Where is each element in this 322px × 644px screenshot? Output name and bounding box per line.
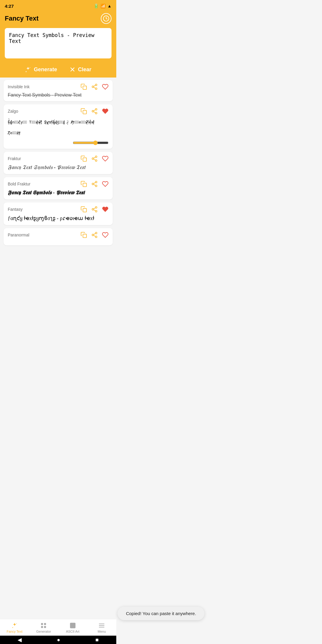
svg-rect-15: [83, 158, 86, 161]
top-bar: Fancy Text: [0, 11, 116, 28]
clear-label: Clear: [78, 66, 92, 73]
text-input-box: [5, 28, 112, 58]
favorite-button-fraktur[interactable]: [102, 155, 109, 162]
card-text-bold-fraktur: 𝕱𝖆𝖓𝖈𝖞 𝕿𝖊𝖝𝖙 𝕾𝖞𝖒𝖇𝖔𝖑𝖘 - 𝕻𝖗𝖊𝖛𝖎𝖊𝖜 𝕿𝖊𝖝𝖙: [8, 190, 109, 196]
style-card-zalgo: Zalgo: [4, 104, 113, 149]
clear-button[interactable]: Clear: [69, 66, 92, 73]
style-card-paranormal: Paranormal: [4, 228, 113, 245]
svg-line-26: [94, 182, 95, 184]
card-label-invisible-ink: Invisible Ink: [8, 84, 30, 89]
copy-icon: [80, 206, 87, 213]
favorite-button-zalgo[interactable]: [102, 108, 109, 114]
card-actions-fantasy: [80, 206, 109, 213]
share-button-bold-fraktur[interactable]: [91, 181, 98, 187]
svg-line-37: [94, 235, 95, 236]
style-card-invisible-ink: Invisible Ink: [4, 80, 113, 101]
share-icon: [91, 206, 98, 213]
status-time: 4:27: [5, 4, 14, 9]
copy-icon: [80, 83, 87, 90]
signal-icon: 📶: [100, 4, 106, 8]
svg-rect-27: [83, 208, 86, 212]
share-button-invisible-ink[interactable]: [91, 83, 98, 90]
copy-icon: [80, 108, 87, 114]
share-icon: [91, 232, 98, 238]
sparkles-icon: [25, 66, 31, 73]
svg-line-14: [94, 110, 95, 111]
svg-rect-3: [83, 86, 86, 89]
favorite-button-paranormal[interactable]: [102, 232, 109, 238]
card-actions-fraktur: [80, 155, 109, 162]
card-header-paranormal: Paranormal: [8, 232, 109, 238]
heart-filled-icon: [102, 206, 109, 213]
svg-line-19: [94, 159, 95, 160]
generate-button[interactable]: Generate: [25, 66, 57, 73]
share-button-zalgo[interactable]: [91, 108, 98, 114]
heart-filled-icon: [102, 108, 109, 114]
svg-line-8: [94, 85, 95, 86]
card-header-fantasy: Fantasy: [8, 206, 109, 213]
copy-button-invisible-ink[interactable]: [80, 83, 87, 90]
status-icons: 🔋 📶 ▲: [94, 4, 112, 8]
copy-button-zalgo[interactable]: [80, 108, 87, 114]
copy-button-fraktur[interactable]: [80, 155, 87, 162]
copy-icon: [80, 232, 87, 238]
share-button-fraktur[interactable]: [91, 155, 98, 162]
copy-button-paranormal[interactable]: [80, 232, 87, 238]
svg-line-25: [94, 184, 95, 185]
close-icon: [69, 66, 76, 73]
card-actions: [80, 83, 109, 90]
card-text-fantasy: ƒαɳƈყ ƚҽxƚʂყɱϐσʅʂ - ρɾҽʋιҽɯ ƚҽxƚ: [8, 215, 109, 222]
favorite-button-fantasy[interactable]: [102, 206, 109, 213]
card-header-zalgo: Zalgo: [8, 108, 109, 114]
zalgo-intensity-slider[interactable]: [73, 140, 109, 145]
favorite-button-invisible-ink[interactable]: [102, 83, 109, 90]
svg-line-38: [94, 233, 95, 235]
card-actions-bold-fraktur: [80, 181, 109, 187]
card-label-fraktur: Fraktur: [8, 156, 21, 161]
card-text-fraktur: 𝔉𝔞𝔫𝔠𝔶 𝔗𝔢𝔵𝔱 𝔖𝔶𝔪𝔟𝔬𝔩𝔰 - 𝔓𝔯𝔢𝔳𝔦𝔢𝔴 𝔗𝔢𝔵𝔱: [8, 164, 109, 171]
card-header-bold-fraktur: Bold Fraktur: [8, 181, 109, 187]
card-actions-zalgo: [80, 108, 109, 114]
svg-rect-21: [83, 183, 86, 187]
heart-icon: [102, 181, 109, 187]
text-input[interactable]: [9, 32, 107, 53]
svg-line-32: [94, 208, 95, 209]
share-button-paranormal[interactable]: [91, 232, 98, 238]
share-icon: [91, 181, 98, 187]
style-card-bold-fraktur: Bold Fraktur: [4, 177, 113, 199]
history-button[interactable]: [101, 13, 112, 24]
card-label-paranormal: Paranormal: [8, 233, 29, 237]
wifi-icon: ▲: [107, 4, 112, 8]
copy-icon: [80, 155, 87, 162]
clock-icon: [103, 15, 109, 22]
app-title: Fancy Text: [5, 15, 38, 22]
card-text-invisible-ink: Fancy Text Symbols - Preview Text: [8, 92, 109, 98]
style-card-fantasy: Fantasy: [4, 202, 113, 225]
heart-icon: [102, 155, 109, 162]
svg-rect-9: [83, 110, 86, 114]
card-label-zalgo: Zalgo: [8, 109, 18, 114]
favorite-button-bold-fraktur[interactable]: [102, 181, 109, 187]
card-text-zalgo: F̵͓̈́͑a̸͚̓n̶͕̾c̸̣̓y̷͔̿ T̸͙̀e̷͓̔x̴̘̄t̸̙͆ …: [8, 117, 109, 139]
card-header-fraktur: Fraktur: [8, 155, 109, 162]
status-bar: 4:27 🔋 📶 ▲: [0, 0, 116, 11]
share-icon: [91, 83, 98, 90]
action-buttons: Generate Clear: [0, 63, 116, 78]
card-label-fantasy: Fantasy: [8, 207, 23, 212]
svg-line-20: [94, 157, 95, 158]
svg-line-31: [94, 210, 95, 211]
heart-icon: [102, 232, 109, 238]
card-actions-paranormal: [80, 232, 109, 238]
card-header: Invisible Ink: [8, 83, 109, 90]
share-icon: [91, 155, 98, 162]
battery-icon: 🔋: [94, 4, 99, 8]
generate-label: Generate: [34, 66, 57, 73]
card-label-bold-fraktur: Bold Fraktur: [8, 182, 30, 186]
copy-icon: [80, 181, 87, 187]
share-icon: [91, 108, 98, 114]
copy-button-fantasy[interactable]: [80, 206, 87, 213]
share-button-fantasy[interactable]: [91, 206, 98, 213]
input-area: [0, 28, 116, 63]
copy-button-bold-fraktur[interactable]: [80, 181, 87, 187]
heart-icon: [102, 83, 109, 90]
